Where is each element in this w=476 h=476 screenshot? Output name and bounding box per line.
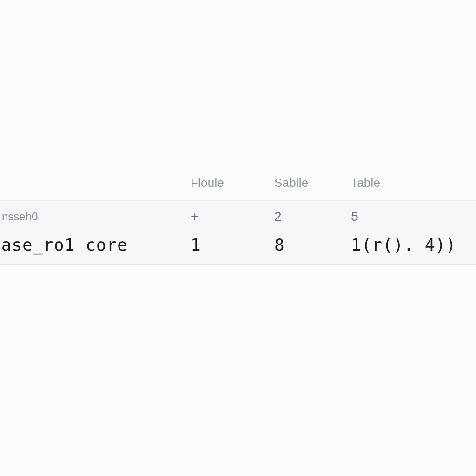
cell-value: 5 bbox=[351, 209, 476, 224]
cell-value: 1(r(). 4)) bbox=[351, 235, 476, 254]
cell-value: 8 bbox=[274, 235, 351, 254]
column-header-table[interactable]: Table bbox=[351, 176, 476, 190]
row-label: Vase_ro1 core bbox=[0, 235, 191, 254]
table-row[interactable]: nsseh0 + 2 5 bbox=[0, 201, 476, 230]
column-header-floule[interactable]: Floule bbox=[191, 176, 274, 190]
table-body: nsseh0 + 2 5 Vase_ro1 core 1 8 1(r(). 4)… bbox=[0, 201, 476, 265]
column-header-sablle[interactable]: Sablle bbox=[274, 176, 351, 190]
viewport: Floule Sablle Table nsseh0 + 2 5 Vase_ro… bbox=[0, 0, 476, 476]
row-label: nsseh0 bbox=[0, 210, 191, 223]
cell-value: 1 bbox=[191, 235, 274, 254]
table-header-row: Floule Sablle Table bbox=[0, 176, 476, 201]
cell-value: + bbox=[191, 209, 274, 224]
table-row[interactable]: Vase_ro1 core 1 8 1(r(). 4)) bbox=[0, 230, 476, 264]
cell-value: 2 bbox=[274, 209, 351, 224]
data-table: Floule Sablle Table nsseh0 + 2 5 Vase_ro… bbox=[0, 176, 476, 265]
